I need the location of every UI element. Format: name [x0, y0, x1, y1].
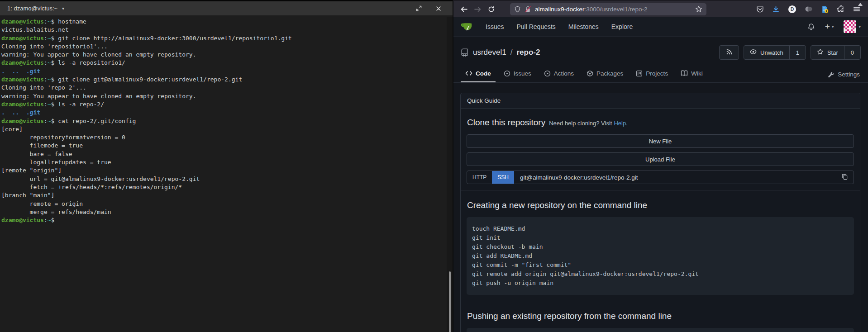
nav-item-pull-requests[interactable]: Pull Requests	[516, 23, 555, 30]
terminal-line: warning: You appear to have cloned an em…	[1, 51, 453, 59]
terminal-line: . .. .git	[1, 109, 453, 117]
code-line: git commit -m "first commit"	[472, 261, 849, 270]
extensions-puzzle-icon[interactable]	[837, 5, 844, 13]
gitea-logo-icon[interactable]	[461, 20, 474, 33]
project-icon	[636, 70, 643, 77]
terminal-scrollbar[interactable]	[447, 17, 453, 332]
terminal-line: fetch = +refs/heads/*:refs/remotes/origi…	[1, 183, 453, 191]
downloads-icon[interactable]	[772, 5, 780, 13]
create-new-button[interactable]: + ▾	[825, 22, 834, 32]
menu-update-badge	[858, 3, 863, 6]
restore-window-icon[interactable]	[415, 5, 423, 13]
push-heading: Pushing an existing repository from the …	[467, 311, 854, 321]
new-file-button[interactable]: New File	[467, 134, 854, 148]
url-text[interactable]: almalinux9-docker:3000/usrdevel1/repo-2	[535, 6, 647, 13]
terminal-line: dzamo@victus:~$ hostname	[1, 18, 453, 26]
bookmark-star-icon[interactable]	[695, 5, 702, 13]
upload-file-button[interactable]: Upload File	[467, 152, 854, 166]
http-protocol-button[interactable]: HTTP	[467, 171, 492, 184]
code-icon	[465, 70, 472, 77]
reload-icon[interactable]	[484, 3, 498, 15]
terminal-line: dzamo@victus:~$	[1, 216, 453, 224]
repo-owner-link[interactable]: usrdevel1	[473, 48, 506, 57]
forward-icon[interactable]	[471, 3, 484, 15]
browser-window: almalinux9-docker:3000/usrdevel1/repo-2 …	[453, 0, 868, 332]
url-bar[interactable]: almalinux9-docker:3000/usrdevel1/repo-2	[510, 3, 706, 15]
notifications-bell-icon[interactable]	[807, 23, 815, 31]
code-line: git add README.md	[472, 251, 849, 261]
tab-code[interactable]: Code	[461, 65, 496, 82]
tab-projects[interactable]: Projects	[631, 65, 672, 82]
stars-count[interactable]: 0	[844, 46, 860, 59]
tab-packages[interactable]: Packages	[582, 65, 628, 82]
terminal-title-caret-icon[interactable]: ▾	[62, 6, 64, 11]
copy-url-button[interactable]	[835, 171, 854, 184]
nav-item-issues[interactable]: Issues	[486, 23, 504, 30]
tab-label: Wiki	[691, 70, 703, 77]
tab-label: Actions	[554, 70, 574, 77]
repo-tabs: CodeIssuesActionsPackagesProjectsWiki Se…	[453, 65, 868, 83]
terminal-line: dzamo@victus:~$ git clone git@almalinux9…	[1, 76, 453, 84]
plus-icon: +	[825, 22, 830, 32]
clone-heading: Clone this repository	[467, 118, 545, 128]
terminal-line: [branch "main"]	[1, 191, 453, 199]
terminal-line: dzamo@victus:~$ ls -a repositorio1/	[1, 59, 453, 67]
privacy-circles-extension-icon[interactable]	[805, 5, 813, 13]
repo-title: usrdevel1 / repo-2	[461, 48, 540, 57]
menu-hamburger-icon[interactable]	[853, 5, 861, 13]
user-avatar-menu[interactable]: ▾	[844, 20, 861, 33]
tab-label: Projects	[646, 70, 668, 77]
push-code-block	[467, 328, 854, 332]
repo-book-icon	[461, 48, 469, 57]
shield-icon[interactable]	[514, 6, 521, 13]
back-icon[interactable]	[457, 3, 471, 15]
clone-url-input[interactable]: git@almalinux9-docker:usrdevel1/repo-2.g…	[514, 171, 835, 184]
clone-help-text: Need help cloning? Visit	[549, 120, 612, 127]
rss-icon	[726, 48, 733, 57]
terminal-line: logallrefupdates = true	[1, 158, 453, 166]
code-line: git push -u origin main	[472, 279, 849, 288]
download-helper-extension-icon[interactable]	[821, 5, 829, 13]
clone-section: Clone this repository Need help cloning?…	[461, 109, 860, 190]
tab-actions[interactable]: Actions	[539, 65, 578, 82]
star-button[interactable]: Star	[811, 46, 844, 59]
terminal-line: victus.balaitus.net	[1, 26, 453, 34]
repo-separator: /	[510, 48, 513, 57]
repo-name-link[interactable]: repo-2	[516, 48, 540, 57]
nav-item-milestones[interactable]: Milestones	[568, 23, 599, 30]
tab-wiki[interactable]: Wiki	[676, 65, 707, 82]
push-repo-section: Pushing an existing repository from the …	[461, 301, 860, 332]
nav-item-explore[interactable]: Explore	[611, 23, 633, 30]
terminal-line: dzamo@victus:~$ ls -a repo-2/	[1, 100, 453, 109]
ssh-protocol-button[interactable]: SSH	[492, 171, 514, 184]
screen: 1: dzamo@victus:~ ▾ dzamo@victus:~$ host…	[0, 0, 868, 332]
duckduckgo-extension-icon[interactable]: D	[788, 5, 796, 14]
create-caret-icon: ▾	[832, 24, 834, 29]
tab-settings[interactable]: Settings	[827, 66, 861, 82]
svg-text:D: D	[791, 7, 794, 12]
terminal-title: 1: dzamo@victus:~	[7, 5, 57, 12]
terminal-titlebar[interactable]: 1: dzamo@victus:~ ▾	[0, 1, 453, 15]
help-link[interactable]: Help	[614, 120, 626, 127]
watchers-count[interactable]: 1	[789, 46, 806, 59]
terminal-line: filemode = true	[1, 142, 453, 150]
insecure-lock-icon[interactable]	[525, 6, 531, 13]
eye-icon	[750, 48, 757, 57]
tab-label: Code	[476, 70, 491, 77]
repo-header: usrdevel1 / repo-2	[453, 37, 868, 60]
unwatch-button[interactable]: Unwatch	[744, 46, 789, 59]
terminal-window-controls	[415, 5, 445, 13]
terminal-scrollbar-thumb[interactable]	[449, 271, 451, 332]
gitea-nav-right: + ▾	[807, 20, 861, 33]
create-repo-section: Creating a new repository on the command…	[461, 190, 860, 301]
terminal-line: warning: You appear to have cloned an em…	[1, 92, 453, 100]
rss-feed-button[interactable]	[719, 45, 739, 60]
gitea-navbar: IssuesPull RequestsMilestonesExplore + ▾	[453, 17, 868, 37]
tab-issues[interactable]: Issues	[499, 65, 536, 82]
close-window-icon[interactable]	[434, 5, 443, 13]
terminal-line: Cloning into 'repositorio1'...	[1, 43, 453, 51]
tab-label: Packages	[596, 70, 623, 77]
pocket-icon[interactable]	[756, 5, 764, 13]
terminal-line: bare = false	[1, 150, 453, 158]
copy-icon	[841, 173, 848, 182]
